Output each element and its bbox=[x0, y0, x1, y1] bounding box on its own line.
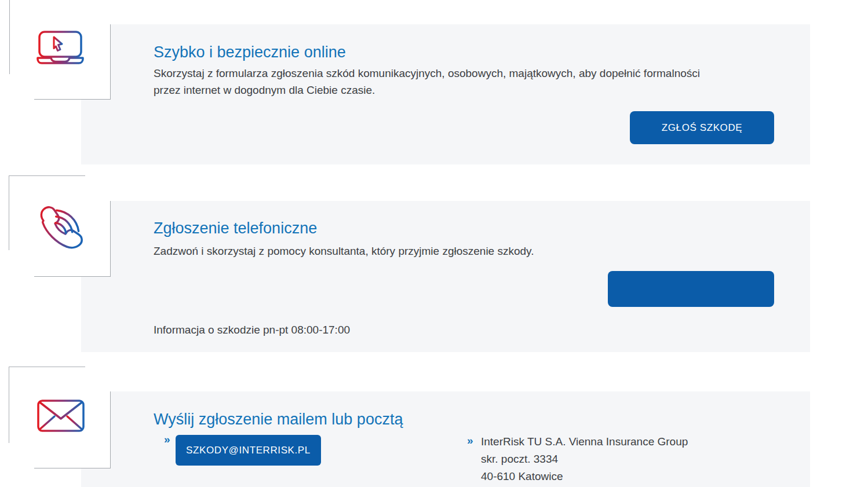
claims-reporting-page: Szybko i bezpiecznie online Skorzystaj z… bbox=[0, 0, 868, 487]
laptop-cursor-icon bbox=[37, 31, 84, 64]
address-line: skr. poczt. 3334 bbox=[481, 451, 688, 468]
section-title: Szybko i bezpiecznie online bbox=[154, 42, 346, 62]
chevron-right-icon: » bbox=[467, 434, 473, 447]
description-line: Zadzwoń i skorzystaj z pomocy konsultant… bbox=[154, 243, 768, 259]
section-title: Zgłoszenie telefoniczne bbox=[154, 218, 317, 238]
online-icon-box bbox=[34, 24, 111, 100]
address-line: InterRisk TU S.A. Vienna Insurance Group bbox=[481, 433, 688, 451]
postal-address: InterRisk TU S.A. Vienna Insurance Group… bbox=[481, 433, 688, 485]
address-line: 40-610 Katowice bbox=[481, 468, 688, 485]
section-title: Wyślij zgłoszenie mailem lub pocztą bbox=[154, 409, 403, 429]
phone-number-button[interactable] bbox=[608, 271, 774, 307]
description-line: przez internet w dogodnym dla Ciebie cza… bbox=[154, 82, 768, 98]
report-claim-button[interactable]: ZGŁOŚ SZKODĘ bbox=[630, 111, 774, 144]
email-button[interactable]: SZKODY@INTERRISK.PL bbox=[176, 435, 321, 466]
claim-info-hours: Informacja o szkodzie pn-pt 08:00-17:00 bbox=[154, 321, 350, 338]
section-description: Zadzwoń i skorzystaj z pomocy konsultant… bbox=[154, 243, 768, 259]
envelope-icon bbox=[37, 400, 85, 432]
mail-icon-box bbox=[34, 391, 111, 468]
phone-icon-box bbox=[34, 201, 111, 277]
section-description: Skorzystaj z formularza zgłoszenia szkód… bbox=[154, 65, 768, 98]
description-line: Skorzystaj z formularza zgłoszenia szkód… bbox=[154, 65, 768, 82]
chevron-right-icon: » bbox=[164, 433, 170, 446]
phone-icon bbox=[37, 203, 86, 252]
